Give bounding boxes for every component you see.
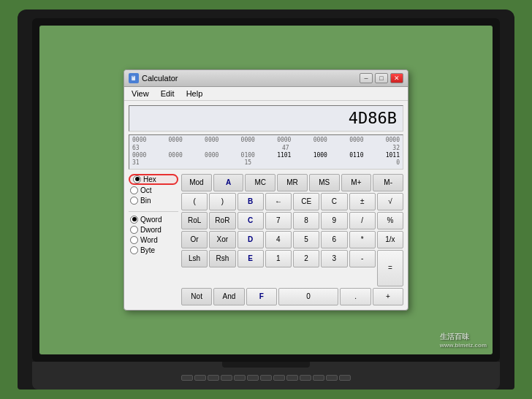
btn-3[interactable]: 3 xyxy=(321,250,347,267)
radio-word-circle xyxy=(130,236,138,244)
radio-oct-circle xyxy=(130,186,138,194)
btn-9[interactable]: 9 xyxy=(321,212,347,229)
watermark: 生活百味 www.bimeiz.com xyxy=(440,332,487,349)
menu-edit[interactable]: Edit xyxy=(158,88,178,99)
watermark-line1: 生活百味 xyxy=(440,332,487,342)
btn-4[interactable]: 4 xyxy=(265,231,292,248)
btn-percent[interactable]: % xyxy=(377,212,403,229)
btn-dot[interactable]: . xyxy=(340,288,370,305)
title-bar: 🖩 Calculator – □ ✕ xyxy=(124,70,408,87)
radio-qword-label: Qword xyxy=(140,216,162,224)
btn-sqrt[interactable]: √ xyxy=(377,193,403,210)
radio-qword-circle xyxy=(130,216,138,224)
btn-7[interactable]: 7 xyxy=(265,212,292,229)
btn-F[interactable]: F xyxy=(246,288,277,305)
btn-ror[interactable]: RoR xyxy=(209,212,235,229)
btn-2[interactable]: 2 xyxy=(293,250,319,267)
btn-row-4: Or Xor D 4 5 6 * 1/x xyxy=(181,231,403,248)
keyboard-area xyxy=(181,375,351,381)
radio-dword[interactable]: Dword xyxy=(129,225,178,235)
btn-or[interactable]: Or xyxy=(181,231,208,248)
btn-C[interactable]: C xyxy=(238,212,264,229)
btn-rol[interactable]: RoL xyxy=(181,212,208,229)
btn-row-6: Not And F 0 . + xyxy=(181,288,403,305)
btn-rparen[interactable]: ) xyxy=(209,193,235,210)
btn-D[interactable]: D xyxy=(238,231,264,248)
separator xyxy=(129,211,178,212)
btn-mr[interactable]: MR xyxy=(277,174,308,191)
radio-word[interactable]: Word xyxy=(129,235,178,245)
menu-help[interactable]: Help xyxy=(183,88,206,99)
btn-reciprocal[interactable]: 1/x xyxy=(377,231,403,248)
btn-row-1: Mod A MC MR MS M+ M- xyxy=(181,174,403,191)
right-panel: Mod A MC MR MS M+ M- ( ) B xyxy=(181,174,403,305)
main-display: 4D86B xyxy=(129,105,403,132)
radio-hex-label: Hex xyxy=(143,175,156,183)
kb-f11 xyxy=(326,375,338,381)
btn-row-3: RoL RoR C 7 8 9 / % xyxy=(181,212,403,229)
btn-B[interactable]: B xyxy=(238,193,264,210)
btn-ce[interactable]: CE xyxy=(293,193,319,210)
binary-display: 0000 0000 0000 0000 0000 0000 0000 0000 … xyxy=(129,134,403,170)
radio-byte[interactable]: Byte xyxy=(129,246,178,255)
btn-lsh[interactable]: Lsh xyxy=(181,250,208,267)
calculator-window: 🖩 Calculator – □ ✕ View Edit Help xyxy=(123,69,408,311)
kb-f10 xyxy=(313,375,324,381)
btn-A[interactable]: A xyxy=(213,174,244,191)
btn-0[interactable]: 0 xyxy=(278,288,339,305)
btn-6[interactable]: 6 xyxy=(321,231,347,248)
laptop-body: 🖩 Calculator – □ ✕ View Edit Help xyxy=(18,10,514,390)
btn-E[interactable]: E xyxy=(238,250,264,267)
minimize-button[interactable]: – xyxy=(360,73,373,83)
btn-plus[interactable]: + xyxy=(373,288,403,305)
btn-row-5: Lsh Rsh E 1 2 3 - = xyxy=(181,250,403,286)
close-button[interactable]: ✕ xyxy=(390,73,403,83)
binary-row-2: 63 47 32 xyxy=(132,145,400,152)
kb-f8 xyxy=(286,375,298,381)
radio-dword-label: Dword xyxy=(140,226,162,234)
btn-c[interactable]: C xyxy=(321,193,347,210)
btn-5[interactable]: 5 xyxy=(293,231,319,248)
left-panel: Hex Oct Bin xyxy=(129,174,178,305)
kb-esc xyxy=(181,375,193,381)
kb-f5 xyxy=(247,375,259,381)
title-bar-left: 🖩 Calculator xyxy=(129,73,178,83)
btn-mod[interactable]: Mod xyxy=(181,174,212,191)
watermark-line2: www.bimeiz.com xyxy=(440,342,487,349)
kb-f1 xyxy=(194,375,206,381)
btn-not[interactable]: Not xyxy=(181,288,212,305)
btn-1[interactable]: 1 xyxy=(265,250,292,267)
radio-byte-circle xyxy=(130,246,138,254)
btn-ms[interactable]: MS xyxy=(309,174,340,191)
radio-bin-circle xyxy=(130,197,138,205)
radio-word-label: Word xyxy=(140,236,158,244)
radio-byte-label: Byte xyxy=(140,246,155,254)
btn-lparen[interactable]: ( xyxy=(181,193,208,210)
kb-f9 xyxy=(300,375,311,381)
btn-mplus[interactable]: M+ xyxy=(341,174,372,191)
menu-view[interactable]: View xyxy=(129,88,152,99)
btn-mul[interactable]: * xyxy=(349,231,376,248)
radio-hex-circle xyxy=(133,175,141,183)
btn-plusminus[interactable]: ± xyxy=(349,193,376,210)
display-value: 4D86B xyxy=(349,109,397,127)
kb-f2 xyxy=(208,375,219,381)
btn-and[interactable]: And xyxy=(213,288,244,305)
btn-mminus[interactable]: M- xyxy=(373,174,403,191)
btn-minus[interactable]: - xyxy=(349,250,376,267)
btn-backspace[interactable]: ← xyxy=(265,193,292,210)
kb-f3 xyxy=(221,375,232,381)
btn-mc[interactable]: MC xyxy=(245,174,276,191)
btn-equals[interactable]: = xyxy=(377,250,403,286)
radio-qword[interactable]: Qword xyxy=(129,215,178,224)
binary-row-1: 0000 0000 0000 0000 0000 0000 0000 0000 xyxy=(132,137,400,144)
btn-8[interactable]: 8 xyxy=(293,212,319,229)
btn-xor[interactable]: Xor xyxy=(209,231,235,248)
kb-f6 xyxy=(260,375,272,381)
btn-div[interactable]: / xyxy=(349,212,376,229)
radio-hex[interactable]: Hex xyxy=(129,174,178,185)
maximize-button[interactable]: □ xyxy=(375,73,388,83)
radio-bin[interactable]: Bin xyxy=(129,196,178,205)
btn-rsh[interactable]: Rsh xyxy=(209,250,235,267)
radio-oct[interactable]: Oct xyxy=(129,186,178,195)
